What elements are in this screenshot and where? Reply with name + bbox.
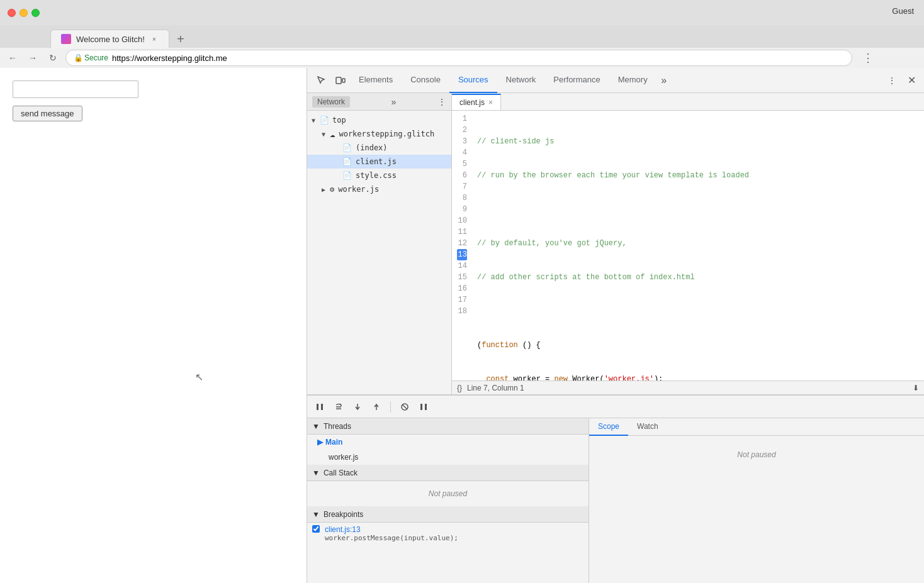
- svg-line-9: [402, 404, 407, 409]
- browser-tab[interactable]: Welcome to Glitch! ×: [50, 30, 169, 48]
- code-editor-panel: client.js × 1 2 3 4 5 6 7 8 9: [452, 93, 924, 394]
- devtools-settings-button[interactable]: ⋮: [882, 71, 901, 90]
- code-line-6: [477, 306, 919, 317]
- call-stack-section: ▼ Call Stack Not paused: [307, 465, 589, 506]
- devtools-main: Network » ⋮ ▼ 📄 top ▼ ☁ workerstep: [307, 93, 924, 394]
- debug-separator: [390, 401, 391, 413]
- scope-content: Not paused: [589, 436, 924, 474]
- step-into-button[interactable]: [350, 399, 365, 414]
- debug-left-panel: ▼ Threads ▶ Main worker.js: [307, 418, 589, 583]
- tree-label-host: workerstepping.glitch: [339, 130, 434, 138]
- send-message-button[interactable]: send message: [13, 106, 82, 121]
- network-panel-tab[interactable]: Network: [312, 96, 350, 108]
- tab-console[interactable]: Console: [402, 68, 449, 93]
- breakpoint-location: client.js:13: [325, 525, 458, 534]
- tab-performance[interactable]: Performance: [544, 68, 609, 93]
- element-selector-icon[interactable]: [312, 71, 331, 90]
- step-over-button[interactable]: [331, 399, 346, 414]
- editor-tab-close[interactable]: ×: [488, 98, 493, 107]
- new-tab-button[interactable]: +: [172, 30, 189, 48]
- threads-label: Threads: [324, 422, 351, 431]
- tree-label-style: style.css: [356, 171, 397, 180]
- breakpoint-checkbox[interactable]: [312, 525, 320, 533]
- code-line-3: [477, 204, 919, 215]
- breakpoint-info: client.js:13 worker.postMessage(input.va…: [325, 525, 458, 542]
- code-line-5: // add other scripts at the bottom of in…: [477, 272, 919, 283]
- page-content: send message ↖: [0, 68, 307, 583]
- svg-rect-11: [425, 404, 427, 410]
- status-expand-button[interactable]: ⬇: [913, 384, 919, 392]
- back-button[interactable]: ←: [5, 50, 20, 65]
- debug-right-panel: Scope Watch Not paused: [589, 418, 924, 583]
- js-file-icon: 📄: [342, 157, 352, 166]
- minimize-button[interactable]: [20, 9, 28, 17]
- status-curly-brace: {}: [457, 384, 462, 392]
- url-text: https://workerstepping.glitch.me: [112, 53, 227, 63]
- forward-button[interactable]: →: [25, 50, 40, 65]
- devtools-close-button[interactable]: ✕: [904, 73, 919, 88]
- deactivate-breakpoints-button[interactable]: [397, 399, 412, 414]
- pause-resume-button[interactable]: [312, 399, 327, 414]
- call-stack-label: Call Stack: [324, 469, 358, 477]
- tree-arrow-host: ▼: [320, 131, 327, 138]
- maximize-button[interactable]: [31, 9, 40, 17]
- breakpoints-arrow: ▼: [312, 510, 320, 519]
- worker-icon: ⚙: [330, 185, 334, 194]
- code-editor[interactable]: 1 2 3 4 5 6 7 8 9 10 11 12 13 14: [452, 111, 924, 380]
- reload-button[interactable]: ↻: [45, 50, 60, 65]
- file-tree: ▼ 📄 top ▼ ☁ workerstepping.glitch 📄: [307, 111, 451, 394]
- tab-network[interactable]: Network: [497, 68, 545, 93]
- tree-item-host[interactable]: ▼ ☁ workerstepping.glitch: [307, 127, 451, 141]
- breakpoint-item[interactable]: client.js:13 worker.postMessage(input.va…: [307, 523, 589, 545]
- tab-close-button[interactable]: ×: [150, 35, 159, 43]
- left-panel-toolbar: Network » ⋮: [307, 93, 451, 111]
- tree-item-style[interactable]: 📄 style.css: [307, 169, 451, 182]
- devtools-panel: Elements Console Sources Network Perform…: [307, 68, 924, 583]
- editor-tab-bar: client.js ×: [452, 93, 924, 111]
- tab-favicon: [61, 34, 71, 44]
- address-bar[interactable]: 🔒 Secure https://workerstepping.glitch.m…: [65, 50, 852, 66]
- message-input[interactable]: [13, 81, 138, 98]
- close-button[interactable]: [8, 9, 16, 17]
- more-tabs-button[interactable]: »: [656, 73, 672, 88]
- lock-icon: 🔒: [74, 53, 83, 62]
- tab-sources[interactable]: Sources: [449, 68, 497, 93]
- tree-label-index: (index): [356, 143, 388, 152]
- tree-label-top: top: [332, 116, 346, 125]
- threads-arrow: ▼: [312, 422, 320, 431]
- call-stack-header[interactable]: ▼ Call Stack: [307, 465, 589, 481]
- browser-more-button[interactable]: ⋮: [862, 51, 874, 65]
- tab-elements[interactable]: Elements: [350, 68, 402, 93]
- editor-status-bar: {} Line 7, Column 1 ⬇: [452, 380, 924, 394]
- panel-options-button[interactable]: ⋮: [437, 97, 446, 107]
- tree-item-worker[interactable]: ▶ ⚙ worker.js: [307, 182, 451, 196]
- thread-main[interactable]: ▶ Main: [307, 435, 589, 450]
- debug-main: ▼ Threads ▶ Main worker.js: [307, 418, 924, 583]
- code-line-8: const worker = new Worker('worker.js');: [477, 374, 919, 380]
- scope-tab[interactable]: Scope: [589, 418, 628, 436]
- step-out-button[interactable]: [369, 399, 384, 414]
- tree-arrow-worker: ▶: [320, 186, 327, 193]
- threads-header[interactable]: ▼ Threads: [307, 418, 589, 435]
- watch-tab[interactable]: Watch: [628, 418, 667, 436]
- panel-more-button[interactable]: »: [392, 97, 397, 107]
- editor-tab-filename: client.js: [459, 98, 485, 107]
- html-file-icon: 📄: [342, 143, 352, 152]
- devtools-toolbar: Elements Console Sources Network Perform…: [307, 68, 924, 93]
- device-toolbar-icon[interactable]: [331, 71, 350, 90]
- tree-item-index[interactable]: 📄 (index): [307, 141, 451, 155]
- guest-label: Guest: [892, 6, 914, 16]
- code-line-1: // client-side js: [477, 136, 919, 147]
- breakpoints-header[interactable]: ▼ Breakpoints: [307, 506, 589, 523]
- pause-on-exceptions-button[interactable]: [416, 399, 431, 414]
- tree-item-top[interactable]: ▼ 📄 top: [307, 113, 451, 127]
- breakpoints-label: Breakpoints: [324, 510, 363, 519]
- svg-rect-2: [317, 404, 318, 410]
- call-stack-arrow: ▼: [312, 469, 320, 477]
- status-position: Line 7, Column 1: [467, 384, 524, 392]
- thread-worker[interactable]: worker.js: [307, 450, 589, 465]
- tree-item-client[interactable]: 📄 client.js: [307, 155, 451, 169]
- tab-memory[interactable]: Memory: [609, 68, 656, 93]
- editor-tab-client[interactable]: client.js ×: [452, 94, 501, 110]
- secure-badge: 🔒 Secure: [74, 53, 108, 62]
